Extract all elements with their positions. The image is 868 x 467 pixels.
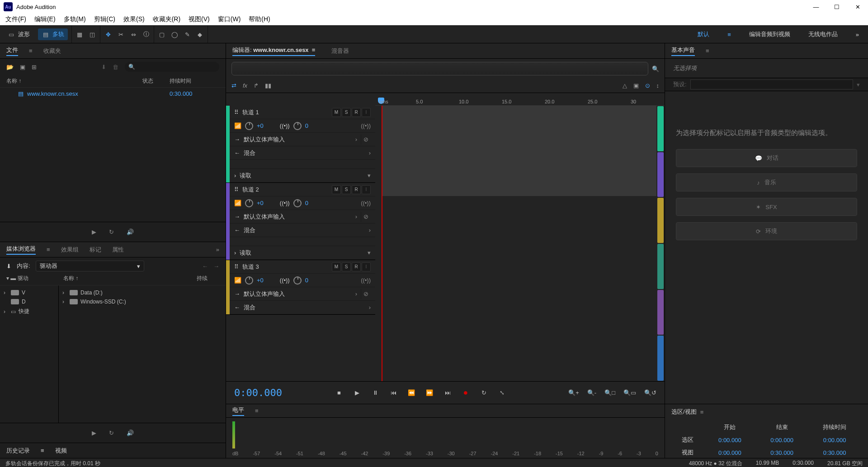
zoom-full-icon[interactable]: 🔍 [652, 65, 659, 72]
stop-button[interactable]: ■ [335, 388, 344, 397]
solo-button[interactable]: S [342, 262, 351, 271]
metronome-icon[interactable]: △ [623, 82, 627, 89]
tab-history[interactable]: 历史记录 [6, 447, 30, 455]
go-end-button[interactable]: ⏭ [443, 388, 452, 397]
menu-favorites[interactable]: 收藏夹(R) [153, 15, 180, 23]
workspace-edit-av[interactable]: 编辑音频到视频 [749, 30, 790, 38]
right-header[interactable]: 名称 ↑ [63, 275, 197, 285]
rewind-button[interactable]: ⏪ [407, 388, 416, 397]
menu-clip[interactable]: 剪辑(C) [94, 15, 115, 23]
brush-tool-icon[interactable]: ✎ [183, 31, 191, 38]
automation-chev-icon[interactable]: › [234, 249, 236, 256]
insert-icon[interactable]: ⬇ [101, 64, 106, 70]
pan-value[interactable]: 0 [305, 122, 308, 129]
tab-media-browser[interactable]: 媒体浏览器 [6, 245, 36, 255]
input-dropdown[interactable]: 默认立体声输入› [244, 135, 357, 144]
play-button[interactable]: ▶ [353, 388, 362, 397]
new-file-icon[interactable]: ⊞ [32, 64, 37, 70]
pan-value[interactable]: 0 [305, 200, 308, 206]
levels-menu-icon[interactable]: ≡ [255, 407, 259, 414]
volume-value[interactable]: +0 [257, 277, 264, 284]
track-handle-icon[interactable]: ⠿ [234, 263, 239, 270]
pause-button[interactable]: ⏸ [371, 388, 380, 397]
loop-icon[interactable]: ↻ [109, 430, 114, 436]
sel-dur[interactable]: 0:00.000 [808, 434, 861, 446]
pan-value[interactable]: 0 [305, 277, 308, 284]
menu-view[interactable]: 视图(V) [189, 15, 210, 23]
record-button[interactable]: ● [461, 388, 470, 397]
monitor-input-icon[interactable]: ⊙ [645, 82, 650, 89]
automation-chev-icon[interactable]: › [234, 172, 236, 179]
skip-selection-button[interactable]: ⤡ [497, 388, 506, 397]
loop-playback-button[interactable]: ↻ [479, 388, 488, 397]
heal-tool-icon[interactable]: ◆ [196, 31, 204, 38]
zoom-out-icon[interactable]: 🔍- [587, 389, 596, 396]
time-select-tool-icon[interactable]: Ⓘ [142, 31, 150, 38]
solo-button[interactable]: S [342, 108, 351, 117]
send-icon[interactable]: ↱ [254, 82, 259, 89]
minimap-segment[interactable] [657, 152, 664, 197]
waveform-view-button[interactable]: ▭ 波形 [4, 28, 33, 40]
pan-knob[interactable] [293, 276, 302, 285]
tab-properties[interactable]: 属性 [112, 246, 124, 254]
mute-button[interactable]: M [332, 262, 341, 271]
play-icon[interactable]: ▶ [92, 430, 96, 436]
input-dropdown[interactable]: 默认立体声输入› [244, 213, 357, 221]
solo-button[interactable]: S [342, 185, 351, 194]
track-name[interactable]: 轨道 2 [242, 186, 259, 194]
drive-item[interactable]: ›Data (D:) [61, 288, 224, 297]
arm-record-button[interactable]: R [352, 185, 361, 194]
workspace-more-icon[interactable]: » [856, 31, 859, 38]
preset-chev-icon[interactable]: ▾ [857, 81, 860, 88]
lasso-tool-icon[interactable]: ◯ [170, 31, 179, 38]
volume-knob[interactable] [245, 199, 253, 207]
zoom-in-icon[interactable]: 🔍+ [568, 389, 579, 396]
menu-edit[interactable]: 编辑(E) [34, 15, 56, 23]
preset-dropdown[interactable] [690, 79, 853, 89]
volume-knob[interactable] [245, 276, 253, 285]
mute-button[interactable]: M [332, 185, 341, 194]
zoom-sel-icon[interactable]: 🔍▭ [623, 389, 636, 396]
new-multitrack-icon[interactable]: ▣ [20, 64, 25, 70]
input-phase-icon[interactable]: ⊘ [361, 135, 371, 145]
minimize-button[interactable]: — [806, 0, 826, 14]
sel-start[interactable]: 0:00.000 [704, 434, 755, 446]
track-name[interactable]: 轨道 3 [242, 263, 259, 271]
view-dur[interactable]: 0:30.000 [808, 447, 861, 458]
tab-files[interactable]: 文件 [6, 46, 18, 56]
open-file-icon[interactable]: 📂 [6, 64, 14, 70]
mute-button[interactable]: M [332, 108, 341, 117]
es-dialog-button[interactable]: 💬对话 [676, 149, 857, 167]
dur-header[interactable]: 持续 [197, 275, 219, 285]
content-dropdown[interactable]: 驱动器▾ [36, 261, 144, 271]
menu-multitrack[interactable]: 多轨(M) [64, 15, 86, 23]
move-tool-icon[interactable]: ✥ [104, 31, 112, 38]
col-name[interactable]: 名称 ↑ [6, 77, 142, 85]
arm-record-button[interactable]: R [352, 108, 361, 117]
workspace-default[interactable]: 默认 [698, 30, 709, 38]
file-row[interactable]: ▤www.knowr.cn.sesx 0:30.000 [0, 88, 226, 99]
history-menu-icon[interactable]: ≡ [41, 447, 44, 454]
timeline-ruler[interactable]: hms 5.0 10.0 15.0 20.0 25.0 30 [375, 93, 665, 106]
menu-effects[interactable]: 效果(S) [123, 15, 145, 23]
monitor-button[interactable]: I [362, 185, 371, 194]
workspace-menu-icon[interactable]: ≡ [727, 31, 731, 38]
output-dropdown[interactable]: 混合› [244, 226, 371, 234]
pan-knob[interactable] [293, 199, 302, 207]
monitor-button[interactable]: I [362, 108, 371, 117]
close-button[interactable]: ✕ [847, 0, 868, 14]
view-end[interactable]: 0:30.000 [756, 447, 807, 458]
hud-icon[interactable]: ▦ [75, 31, 84, 38]
files-search-input[interactable] [125, 62, 219, 72]
col-duration[interactable]: 持续时间 [170, 77, 219, 85]
fx-icon[interactable]: fx [243, 82, 247, 89]
snap-icon[interactable]: ▣ [633, 82, 639, 89]
workspace-radio[interactable]: 无线电作品 [808, 30, 838, 38]
autoplay-icon[interactable]: 🔊 [127, 430, 134, 436]
media-more-icon[interactable]: » [216, 246, 219, 253]
nav-fwd-icon[interactable]: → [213, 263, 219, 270]
menu-help[interactable]: 帮助(H) [249, 15, 270, 23]
loop-icon[interactable]: ↻ [109, 229, 114, 235]
spectral-icon[interactable]: ◫ [88, 31, 96, 38]
left-header[interactable]: ▾ ▬ 驱动 [6, 275, 63, 285]
